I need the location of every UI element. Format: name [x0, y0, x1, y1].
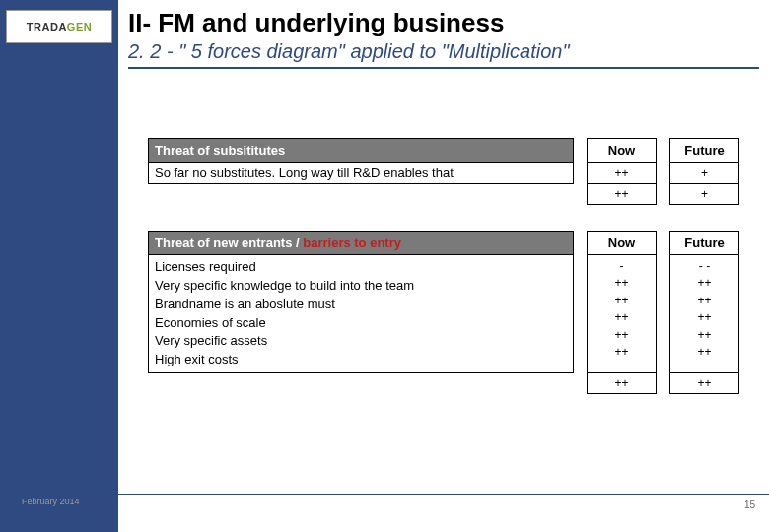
slide-content: Threat of subsititutes Now Future So far… — [148, 138, 739, 420]
row-desc: Very specific knowledge to build into th… — [155, 277, 567, 296]
logo-text-right: GEN — [67, 21, 92, 33]
row-now: ++ — [594, 309, 650, 326]
sum-now: ++ — [588, 184, 657, 205]
row-future: - - — [676, 258, 733, 275]
row-desc: High exit costs — [155, 351, 567, 369]
row-now: ++ — [594, 275, 650, 292]
footer-date: February 2014 — [22, 497, 80, 506]
table-header-row: Threat of new entrants / barriers to ent… — [149, 232, 739, 255]
row-desc: Economies of scale — [155, 314, 567, 333]
col-now: Now — [588, 232, 657, 255]
row-now: ++ — [588, 163, 657, 184]
table-row: So far no substitutes. Long way till R&D… — [149, 163, 739, 184]
threat-substitutes-table: Threat of subsititutes Now Future So far… — [148, 138, 739, 205]
row-future: ++ — [676, 344, 733, 361]
summary-row: ++ + — [149, 184, 739, 205]
row-desc: Brandname is an aboslute must — [155, 296, 567, 314]
row-future: ++ — [676, 309, 733, 326]
rows-desc-block: Licenses required Very specific knowledg… — [149, 255, 574, 373]
sum-future: + — [670, 184, 739, 205]
row-desc: Licenses required — [155, 258, 567, 277]
row-now: ++ — [594, 327, 650, 344]
page-number: 15 — [744, 499, 755, 510]
row-desc: So far no substitutes. Long way till R&D… — [149, 163, 574, 184]
summary-row: ++ ++ — [149, 373, 739, 394]
navy-sidebar — [0, 0, 118, 532]
rows-now-block: - ++ ++ ++ ++ ++ — [588, 255, 657, 373]
logo-text-left: TRADA — [27, 21, 67, 33]
row-now: - — [594, 258, 650, 275]
row-future: ++ — [676, 327, 733, 344]
col-now: Now — [588, 139, 657, 163]
sum-now: ++ — [588, 373, 657, 394]
sum-future: ++ — [670, 373, 739, 394]
table-header-row: Threat of subsititutes Now Future — [149, 139, 739, 163]
heading-part-b: barriers to entry — [303, 235, 401, 250]
slide-header: II- FM and underlying business 2. 2 - " … — [128, 8, 759, 69]
row-now: ++ — [594, 293, 650, 309]
rows-future-block: - - ++ ++ ++ ++ ++ — [670, 255, 739, 373]
row-future: ++ — [676, 293, 733, 309]
threat-entrants-table: Threat of new entrants / barriers to ent… — [148, 231, 739, 394]
footer-divider — [118, 494, 769, 495]
col-future: Future — [670, 139, 739, 163]
row-future: ++ — [676, 275, 733, 292]
row-now: ++ — [594, 344, 650, 361]
page-subtitle: 2. 2 - " 5 forces diagram" applied to "M… — [128, 40, 759, 69]
heading-part-a: Threat of new entrants / — [155, 235, 303, 250]
row-desc: Very specific assets — [155, 332, 567, 351]
threat-heading: Threat of new entrants / barriers to ent… — [149, 232, 574, 255]
threat-heading: Threat of subsititutes — [149, 139, 574, 163]
col-future: Future — [670, 232, 739, 255]
page-title: II- FM and underlying business — [128, 8, 759, 38]
brand-logo: TRADAGEN — [6, 10, 112, 43]
row-future: + — [670, 163, 739, 184]
